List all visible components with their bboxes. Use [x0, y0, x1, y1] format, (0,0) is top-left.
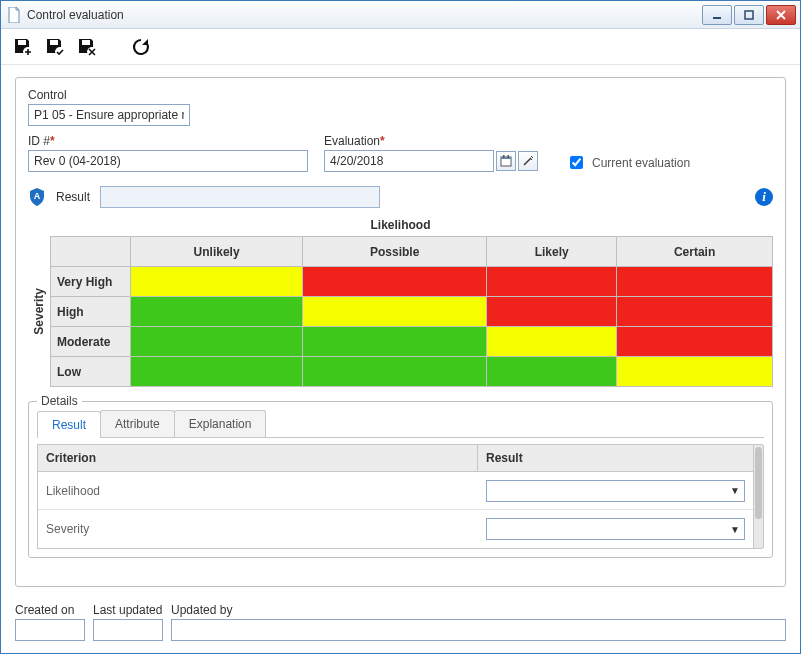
criteria-row: Severity▼ — [38, 510, 753, 548]
chevron-down-icon: ▼ — [730, 485, 740, 496]
matrix-cell[interactable] — [303, 327, 487, 357]
current-evaluation-label: Current evaluation — [592, 156, 690, 170]
created-on-field: Created on — [15, 603, 85, 641]
risk-matrix: Likelihood Severity Unlikely Possible Li… — [28, 218, 773, 387]
svg-rect-10 — [503, 155, 505, 158]
criteria-row: Likelihood▼ — [38, 472, 753, 510]
matrix-cell[interactable] — [617, 357, 773, 387]
result-dropdown[interactable]: ▼ — [486, 518, 745, 540]
matrix-cell[interactable] — [617, 327, 773, 357]
tab-attribute[interactable]: Attribute — [100, 410, 175, 437]
document-icon — [7, 7, 21, 23]
matrix-cell[interactable] — [131, 267, 303, 297]
result-row: A Result i — [28, 186, 773, 208]
save-new-button[interactable] — [11, 36, 35, 58]
control-input[interactable] — [28, 104, 190, 126]
row-header: Very High — [51, 267, 131, 297]
svg-rect-2 — [18, 40, 26, 45]
info-icon[interactable]: i — [755, 188, 773, 206]
current-evaluation-check[interactable]: Current evaluation — [566, 153, 690, 172]
current-evaluation-checkbox[interactable] — [570, 156, 583, 169]
criteria-header: Criterion Result — [38, 445, 753, 472]
tab-explanation[interactable]: Explanation — [174, 410, 267, 437]
save-button[interactable] — [43, 36, 67, 58]
created-on-input[interactable] — [15, 619, 85, 641]
svg-rect-11 — [508, 155, 510, 158]
last-updated-label: Last updated — [93, 603, 163, 617]
col-header: Possible — [303, 237, 487, 267]
row-id-eval: ID #* Evaluation* — [28, 134, 773, 172]
save-delete-button[interactable] — [75, 36, 99, 58]
col-header: Unlikely — [131, 237, 303, 267]
result-label: Result — [56, 190, 90, 204]
matrix-cell[interactable] — [131, 297, 303, 327]
tab-result[interactable]: Result — [37, 411, 101, 438]
row-header: Low — [51, 357, 131, 387]
row-header: Moderate — [51, 327, 131, 357]
result-cell: ▼ — [478, 480, 753, 502]
last-updated-field: Last updated — [93, 603, 163, 641]
evaluation-input[interactable] — [324, 150, 494, 172]
titlebar: Control evaluation — [1, 1, 800, 29]
toolbar — [1, 29, 800, 65]
refresh-button[interactable] — [129, 36, 153, 58]
svg-rect-1 — [745, 11, 753, 19]
matrix-cell[interactable] — [617, 267, 773, 297]
svg-rect-9 — [501, 157, 511, 159]
control-field: Control — [28, 88, 773, 126]
wand-button[interactable] — [518, 151, 538, 171]
col-header: Likely — [487, 237, 617, 267]
last-updated-input[interactable] — [93, 619, 163, 641]
footer: Created on Last updated Updated by — [1, 597, 800, 653]
svg-rect-6 — [82, 40, 90, 45]
updated-by-field: Updated by — [171, 603, 786, 641]
criterion-cell: Severity — [38, 522, 478, 536]
control-label: Control — [28, 88, 773, 102]
details-legend: Details — [37, 394, 82, 408]
risk-matrix-table: Unlikely Possible Likely Certain Very Hi… — [50, 236, 773, 387]
matrix-cell[interactable] — [303, 267, 487, 297]
result-cell: ▼ — [478, 518, 753, 540]
criteria-table: Criterion Result Likelihood▼Severity▼ — [37, 444, 754, 549]
matrix-cell[interactable] — [303, 297, 487, 327]
matrix-cell[interactable] — [131, 327, 303, 357]
result-dropdown[interactable]: ▼ — [486, 480, 745, 502]
result-col-header: Result — [478, 445, 753, 471]
id-field: ID #* — [28, 134, 308, 172]
matrix-cell[interactable] — [131, 357, 303, 387]
row-header: High — [51, 297, 131, 327]
maximize-button[interactable] — [734, 5, 764, 25]
evaluation-label: Evaluation* — [324, 134, 538, 148]
criterion-cell: Likelihood — [38, 484, 478, 498]
matrix-cell[interactable] — [487, 267, 617, 297]
matrix-cell[interactable] — [487, 297, 617, 327]
result-display — [100, 186, 380, 208]
window-buttons — [700, 5, 796, 25]
app-window: Control evaluation Control — [0, 0, 801, 654]
matrix-cell[interactable] — [487, 357, 617, 387]
matrix-cell[interactable] — [303, 357, 487, 387]
calendar-button[interactable] — [496, 151, 516, 171]
scrollbar[interactable] — [754, 444, 764, 549]
main-panel: Control ID #* Evaluation* — [15, 77, 786, 587]
svg-rect-4 — [50, 40, 58, 45]
window-title: Control evaluation — [27, 8, 700, 22]
severity-axis-label: Severity — [28, 288, 50, 335]
minimize-button[interactable] — [702, 5, 732, 25]
criterion-col-header: Criterion — [38, 445, 478, 471]
details-tabs: Result Attribute Explanation — [37, 410, 764, 438]
updated-by-label: Updated by — [171, 603, 786, 617]
scrollbar-thumb[interactable] — [755, 447, 762, 519]
id-input[interactable] — [28, 150, 308, 172]
close-button[interactable] — [766, 5, 796, 25]
matrix-cell[interactable] — [617, 297, 773, 327]
updated-by-input[interactable] — [171, 619, 786, 641]
likelihood-axis-label: Likelihood — [28, 218, 773, 236]
id-label: ID #* — [28, 134, 308, 148]
col-header: Certain — [617, 237, 773, 267]
svg-text:A: A — [34, 191, 41, 201]
matrix-corner — [51, 237, 131, 267]
content-area: Control ID #* Evaluation* — [1, 65, 800, 597]
svg-rect-0 — [713, 17, 721, 19]
matrix-cell[interactable] — [487, 327, 617, 357]
